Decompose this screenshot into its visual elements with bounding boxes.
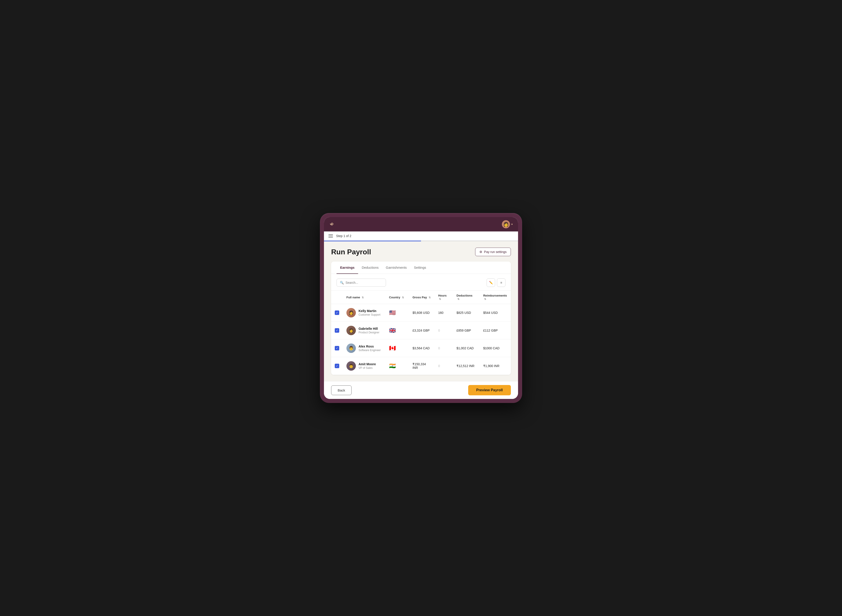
bottom-bar: Back Preview Payroll [324,381,518,399]
th-fullname: Full name ⇅ [343,291,385,304]
employee-avatar-1: 👩 [347,308,356,317]
employee-hours-4: 0 [435,357,453,375]
employee-country-3: 🇨🇦 [385,339,409,357]
employee-name-cell-4: 👨 Amit Moore VP of Sales [343,357,385,375]
employee-info: 👨 Alex Ross Software Engineer [347,343,382,353]
table-row: ✓ 👩 Gabrielle Hill Product Designer 🇬🇧 £… [331,322,511,339]
tab-deductions[interactable]: Deductions [358,261,382,274]
sort-reimb-icon[interactable]: ⇅ [484,298,486,301]
employee-name-1: Kelly Martin [359,309,381,313]
employee-reimbursements-4: ₹1,900 INR [480,357,511,375]
main-card: Earnings Deductions Garnishments Setting… [331,261,511,375]
user-menu-button[interactable]: 👩 ▾ [502,220,513,228]
top-bar: ꩜ 👩 ▾ [324,217,518,232]
employee-info: 👨 Amit Moore VP of Sales [347,361,382,371]
progress-bar [324,241,518,241]
employee-reimbursements-1: $544 USD [480,304,511,322]
employees-table: Full name ⇅ Country ⇅ Gross Pay ⇅ [331,290,511,375]
employee-hours-1: 160 [435,304,453,322]
table-header-row: Full name ⇅ Country ⇅ Gross Pay ⇅ [331,291,511,304]
country-flag-2: 🇬🇧 [389,327,396,333]
step-label: Step 1 of 2 [336,234,351,238]
table-row: ✓ 👨 Amit Moore VP of Sales 🇮🇳 ₹150,334 I… [331,357,511,375]
employee-gross-3: $3,564 CAD [409,339,435,357]
table-row: ✓ 👨 Alex Ross Software Engineer 🇨🇦 $3,56… [331,339,511,357]
filter-button[interactable]: ≡ [497,279,505,287]
country-flag-1: 🇺🇸 [389,309,396,315]
checkbox-checked-icon[interactable]: ✓ [335,311,339,315]
th-gross-pay: Gross Pay ⇅ [409,291,435,304]
employee-country-1: 🇺🇸 [385,304,409,322]
employee-text-3: Alex Ross Software Engineer [359,345,381,352]
employee-name-cell-2: 👩 Gabrielle Hill Product Designer [343,322,385,339]
table-row: ✓ 👩 Kelly Martin Customer Support 🇺🇸 $5,… [331,304,511,322]
employee-deductions-2: £859 GBP [453,322,480,339]
th-deductions: Deductions ⇅ [453,291,480,304]
sort-country-icon[interactable]: ⇅ [402,296,404,299]
page-title: Run Payroll [331,248,371,256]
sort-gross-icon[interactable]: ⇅ [429,296,431,299]
tab-settings[interactable]: Settings [410,261,430,274]
row-checkbox-1[interactable]: ✓ [331,304,343,322]
page-header: Run Payroll ⚙ Pay run settings [331,248,511,256]
hamburger-menu-icon[interactable] [328,235,333,238]
employee-hours-2: 0 [435,322,453,339]
edit-button[interactable]: ✏️ [486,279,495,287]
tab-earnings[interactable]: Earnings [337,261,358,274]
pay-run-settings-button[interactable]: ⚙ Pay run settings [475,248,511,256]
employee-role-2: Product Designer [359,331,379,334]
employee-avatar-2: 👩 [347,326,356,335]
sort-fullname-icon[interactable]: ⇅ [362,296,364,299]
row-checkbox-3[interactable]: ✓ [331,339,343,357]
back-button[interactable]: Back [331,386,351,395]
employee-info: 👩 Kelly Martin Customer Support [347,308,382,317]
th-hours: Hours ⇅ [435,291,453,304]
employee-name-2: Gabrielle Hill [359,327,379,330]
checkbox-checked-icon[interactable]: ✓ [335,346,339,351]
progress-bar-fill [324,241,421,241]
th-country: Country ⇅ [385,291,409,304]
checkbox-checked-icon[interactable]: ✓ [335,364,339,368]
row-checkbox-2[interactable]: ✓ [331,322,343,339]
device-inner: ꩜ 👩 ▾ Step 1 of 2 Run Payroll [324,217,518,399]
employee-name-3: Alex Ross [359,345,381,348]
step-bar: Step 1 of 2 [324,232,518,241]
checkbox-checked-icon[interactable]: ✓ [335,328,339,333]
user-avatar: 👩 [502,220,510,228]
employee-hours-3: 0 [435,339,453,357]
preview-payroll-button[interactable]: Preview Payroll [468,385,511,395]
gear-icon: ⚙ [479,250,482,254]
app-logo: ꩜ [329,221,334,227]
search-icon: 🔍 [340,281,344,285]
country-flag-3: 🇨🇦 [389,345,396,351]
employee-role-4: VP of Sales [359,367,376,370]
employee-name-cell-1: 👩 Kelly Martin Customer Support [343,304,385,322]
sort-hours-icon[interactable]: ⇅ [439,298,441,301]
employee-role-1: Customer Support [359,313,381,316]
search-box[interactable]: 🔍 [337,279,386,287]
employee-info: 👩 Gabrielle Hill Product Designer [347,326,382,335]
toolbar: 🔍 ✏️ ≡ [331,274,511,290]
th-checkbox [331,291,343,304]
chevron-down-icon: ▾ [511,223,513,226]
sort-deductions-icon[interactable]: ⇅ [457,298,459,301]
employee-name-cell-3: 👨 Alex Ross Software Engineer [343,339,385,357]
device-frame: ꩜ 👩 ▾ Step 1 of 2 Run Payroll [320,213,522,403]
employee-text-1: Kelly Martin Customer Support [359,309,381,316]
employee-avatar-3: 👨 [347,343,356,353]
tab-garnishments[interactable]: Garnishments [382,261,410,274]
employee-deductions-4: ₹12,512 INR [453,357,480,375]
employee-reimbursements-3: $1000 CAD [480,339,511,357]
employee-avatar-4: 👨 [347,361,356,371]
th-reimbursements: Reimbursements ⇅ [480,291,511,304]
employee-deductions-3: $1,002 CAD [453,339,480,357]
employee-gross-4: ₹150,334 INR [409,357,435,375]
employee-gross-1: $5,608 USD [409,304,435,322]
tabs-container: Earnings Deductions Garnishments Setting… [331,261,511,274]
row-checkbox-4[interactable]: ✓ [331,357,343,375]
employee-text-4: Amit Moore VP of Sales [359,362,376,370]
employee-reimbursements-2: £112 GBP [480,322,511,339]
search-input[interactable] [345,281,383,285]
employee-country-2: 🇬🇧 [385,322,409,339]
toolbar-actions: ✏️ ≡ [486,279,505,287]
